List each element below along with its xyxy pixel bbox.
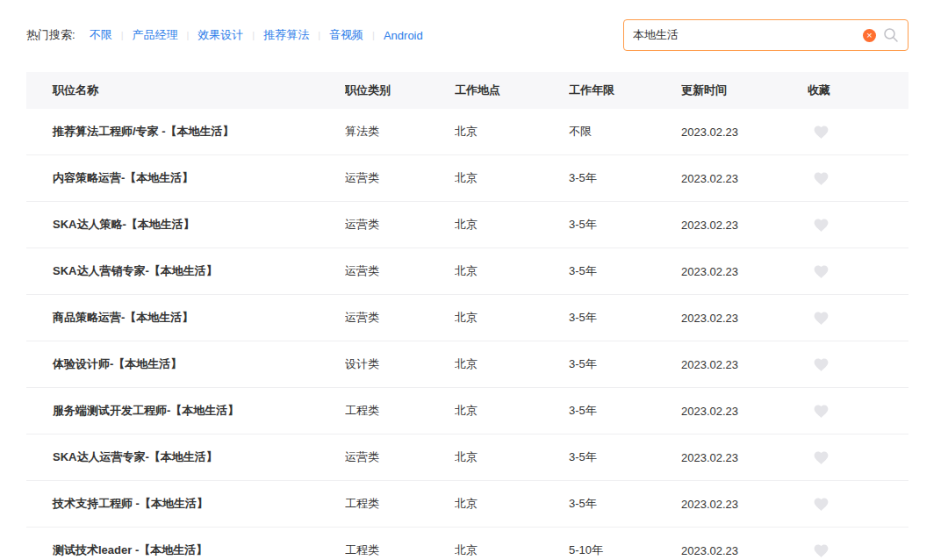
job-title[interactable]: 测试技术leader -【本地生活】 bbox=[26, 542, 345, 558]
search-icon[interactable] bbox=[883, 27, 899, 43]
job-location: 北京 bbox=[455, 356, 569, 372]
job-experience: 3-5年 bbox=[569, 356, 681, 372]
job-location: 北京 bbox=[455, 403, 569, 419]
job-title[interactable]: SKA达人运营专家-【本地生活】 bbox=[26, 449, 345, 465]
column-header-2: 工作地点 bbox=[455, 83, 569, 98]
favorite-cell bbox=[808, 496, 882, 513]
column-header-0: 职位名称 bbox=[26, 83, 345, 98]
top-bar: 热门搜索: 不限|产品经理|效果设计|推荐算法|音视频|Android × bbox=[26, 0, 908, 51]
favorite-cell bbox=[808, 449, 882, 466]
link-divider: | bbox=[121, 30, 124, 40]
favorite-heart-icon[interactable] bbox=[813, 263, 830, 280]
job-category: 设计类 bbox=[345, 356, 455, 372]
link-divider: | bbox=[318, 30, 320, 40]
hot-search-link-1[interactable]: 产品经理 bbox=[132, 27, 177, 43]
job-updated: 2023.02.23 bbox=[681, 498, 808, 511]
table-header: 职位名称职位类别工作地点工作年限更新时间收藏 bbox=[26, 72, 908, 109]
job-category: 运营类 bbox=[345, 449, 455, 465]
favorite-cell bbox=[808, 124, 882, 140]
job-search-page: 热门搜索: 不限|产品经理|效果设计|推荐算法|音视频|Android × 职位… bbox=[26, 0, 908, 560]
job-experience: 5-10年 bbox=[569, 542, 681, 558]
job-category: 工程类 bbox=[345, 542, 455, 558]
favorite-cell bbox=[808, 263, 882, 280]
favorite-cell bbox=[808, 217, 882, 233]
column-header-5: 收藏 bbox=[808, 83, 882, 98]
job-experience: 3-5年 bbox=[569, 263, 681, 279]
job-updated: 2023.02.23 bbox=[681, 172, 808, 185]
job-category: 工程类 bbox=[345, 496, 455, 512]
job-updated: 2023.02.23 bbox=[681, 312, 808, 325]
hot-search-link-3[interactable]: 推荐算法 bbox=[263, 27, 309, 43]
hot-search-links: 不限|产品经理|效果设计|推荐算法|音视频|Android bbox=[81, 27, 432, 43]
table-row: 内容策略运营-【本地生活】运营类北京3-5年2023.02.23 bbox=[26, 155, 908, 202]
job-title[interactable]: SKA达人营销专家-【本地生活】 bbox=[26, 263, 345, 279]
job-updated: 2023.02.23 bbox=[681, 405, 808, 418]
job-category: 运营类 bbox=[345, 170, 455, 186]
hot-search-link-4[interactable]: 音视频 bbox=[329, 27, 363, 43]
hot-search-link-0[interactable]: 不限 bbox=[90, 27, 112, 43]
job-title[interactable]: 内容策略运营-【本地生活】 bbox=[26, 170, 345, 186]
table-row: 技术支持工程师 -【本地生活】工程类北京3-5年2023.02.23 bbox=[26, 481, 908, 528]
search-box[interactable]: × bbox=[623, 19, 908, 51]
job-updated: 2023.02.23 bbox=[681, 358, 808, 371]
favorite-heart-icon[interactable] bbox=[813, 124, 830, 140]
job-updated: 2023.02.23 bbox=[681, 544, 808, 557]
table-row: SKA达人运营专家-【本地生活】运营类北京3-5年2023.02.23 bbox=[26, 434, 908, 481]
job-title[interactable]: 技术支持工程师 -【本地生活】 bbox=[26, 496, 345, 512]
favorite-heart-icon[interactable] bbox=[813, 310, 830, 327]
job-location: 北京 bbox=[455, 310, 569, 326]
favorite-cell bbox=[808, 542, 882, 559]
clear-search-icon[interactable]: × bbox=[863, 29, 876, 42]
favorite-cell bbox=[808, 310, 882, 327]
table-row: 测试技术leader -【本地生活】工程类北京5-10年2023.02.23 bbox=[26, 528, 908, 560]
job-experience: 3-5年 bbox=[569, 310, 681, 326]
table-row: 商品策略运营-【本地生活】运营类北京3-5年2023.02.23 bbox=[26, 295, 908, 341]
job-category: 工程类 bbox=[345, 403, 455, 419]
job-updated: 2023.02.23 bbox=[681, 126, 808, 139]
job-category: 算法类 bbox=[345, 124, 455, 140]
job-experience: 3-5年 bbox=[569, 217, 681, 233]
job-location: 北京 bbox=[455, 124, 569, 140]
favorite-cell bbox=[808, 170, 882, 187]
link-divider: | bbox=[372, 30, 375, 40]
hot-search-link-2[interactable]: 效果设计 bbox=[198, 27, 243, 43]
table-row: SKA达人策略-【本地生活】运营类北京3-5年2023.02.23 bbox=[26, 202, 908, 248]
column-header-4: 更新时间 bbox=[681, 83, 808, 98]
favorite-heart-icon[interactable] bbox=[813, 356, 830, 373]
job-title[interactable]: 商品策略运营-【本地生活】 bbox=[26, 310, 345, 326]
table-row: 服务端测试开发工程师-【本地生活】工程类北京3-5年2023.02.23 bbox=[26, 388, 908, 434]
favorite-cell bbox=[808, 356, 882, 373]
search-input[interactable] bbox=[633, 29, 863, 42]
column-header-1: 职位类别 bbox=[345, 83, 455, 98]
job-table: 职位名称职位类别工作地点工作年限更新时间收藏 推荐算法工程师/专家 -【本地生活… bbox=[26, 72, 908, 560]
job-experience: 3-5年 bbox=[569, 449, 681, 465]
job-experience: 不限 bbox=[569, 124, 681, 140]
job-title[interactable]: 推荐算法工程师/专家 -【本地生活】 bbox=[26, 124, 345, 140]
link-divider: | bbox=[186, 30, 189, 40]
job-experience: 3-5年 bbox=[569, 403, 681, 419]
favorite-heart-icon[interactable] bbox=[813, 217, 830, 233]
link-divider: | bbox=[252, 30, 255, 40]
favorite-cell bbox=[808, 403, 882, 420]
job-experience: 3-5年 bbox=[569, 496, 681, 512]
hot-search-label: 热门搜索: bbox=[26, 27, 75, 43]
job-location: 北京 bbox=[455, 542, 569, 558]
favorite-heart-icon[interactable] bbox=[813, 496, 830, 513]
table-row: 推荐算法工程师/专家 -【本地生活】算法类北京不限2023.02.23 bbox=[26, 109, 908, 155]
table-row: 体验设计师-【本地生活】设计类北京3-5年2023.02.23 bbox=[26, 341, 908, 388]
job-location: 北京 bbox=[455, 496, 569, 512]
table-row: SKA达人营销专家-【本地生活】运营类北京3-5年2023.02.23 bbox=[26, 248, 908, 295]
favorite-heart-icon[interactable] bbox=[813, 542, 830, 559]
favorite-heart-icon[interactable] bbox=[813, 403, 830, 420]
job-title[interactable]: 体验设计师-【本地生活】 bbox=[26, 356, 345, 372]
favorite-heart-icon[interactable] bbox=[813, 449, 830, 466]
job-category: 运营类 bbox=[345, 217, 455, 233]
hot-search-link-5[interactable]: Android bbox=[384, 29, 423, 42]
hot-search-bar: 热门搜索: 不限|产品经理|效果设计|推荐算法|音视频|Android bbox=[26, 27, 432, 43]
job-category: 运营类 bbox=[345, 310, 455, 326]
column-header-3: 工作年限 bbox=[569, 83, 681, 98]
job-title[interactable]: SKA达人策略-【本地生活】 bbox=[26, 217, 345, 233]
table-body: 推荐算法工程师/专家 -【本地生活】算法类北京不限2023.02.23内容策略运… bbox=[26, 109, 908, 560]
job-title[interactable]: 服务端测试开发工程师-【本地生活】 bbox=[26, 403, 345, 419]
favorite-heart-icon[interactable] bbox=[813, 170, 830, 187]
